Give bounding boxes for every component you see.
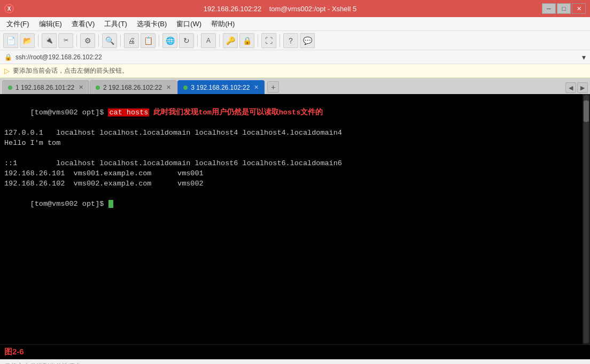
tab-1-dot bbox=[8, 86, 12, 90]
connect-button[interactable]: 🔌 bbox=[42, 33, 57, 48]
terminal-line-8: [tom@vms002 opt]$ bbox=[4, 189, 578, 219]
toolbar-sep-5 bbox=[159, 35, 159, 47]
search-button[interactable]: 🔍 bbox=[102, 33, 117, 48]
menu-tools[interactable]: 工具(T) bbox=[100, 18, 131, 30]
disconnect-button[interactable]: ✂ bbox=[58, 33, 73, 48]
title-ip: 192.168.26.102:22 bbox=[204, 5, 261, 13]
menu-bar: 文件(F) 编辑(E) 查看(V) 工具(T) 选项卡(B) 窗口(W) 帮助(… bbox=[0, 17, 590, 31]
window-controls: ─ □ ✕ bbox=[542, 3, 586, 14]
title-bar: X 192.168.26.102:22 tom@vms002:/opt - Xs… bbox=[0, 0, 590, 17]
tab-2-label: 2 192.168.26.102:22 bbox=[103, 84, 162, 91]
terminal-line-3: Hello I'm tom bbox=[4, 138, 578, 148]
output-line-5: 192.168.26.101 vms001.example.com vms001 bbox=[4, 169, 204, 177]
address-text: ssh://root@192.168.26.102:22 bbox=[15, 53, 102, 61]
tab-2[interactable]: 2 192.168.26.102:22 ✕ bbox=[90, 80, 177, 94]
lock-button[interactable]: 🔒 bbox=[239, 33, 254, 48]
prompt-1: [tom@vms002 opt]$ bbox=[30, 109, 108, 117]
output-line-4: ::1 localhost localhost.localdomain loca… bbox=[4, 159, 342, 167]
toolbar-sep-4 bbox=[120, 35, 121, 47]
send-bar: 仅将文本发送到当前选项卡 bbox=[0, 359, 590, 364]
toolbar-sep-3 bbox=[98, 35, 99, 47]
prompt-2: [tom@vms002 opt]$ bbox=[30, 200, 108, 208]
tab-2-close[interactable]: ✕ bbox=[166, 84, 171, 91]
tab-1-label: 1 192.168.26.101:22 bbox=[15, 84, 74, 91]
chat-button[interactable]: 💬 bbox=[300, 33, 315, 48]
terminal-line-7: 192.168.26.102 vms002.example.com vms002 bbox=[4, 179, 578, 189]
send-bar-text: 仅将文本发送到当前选项卡 bbox=[4, 362, 81, 364]
print-button[interactable]: 🖨 bbox=[124, 33, 139, 48]
terminal-line-5: ::1 localhost localhost.localdomain loca… bbox=[4, 158, 578, 168]
scrollbar-thumb[interactable] bbox=[584, 100, 589, 122]
copy-button[interactable]: 📋 bbox=[141, 33, 156, 48]
toolbar-sep-1 bbox=[38, 35, 38, 47]
toolbar-sep-9 bbox=[280, 35, 280, 47]
tab-nav: ◀ ▶ bbox=[565, 82, 588, 93]
new-session-button[interactable]: 📄 bbox=[3, 33, 18, 48]
terminal-wrapper: [tom@vms002 opt]$ cat hosts 此时我们发现tom用户仍… bbox=[0, 94, 590, 344]
tab-3-label: 3 192.168.26.102:22 bbox=[191, 84, 250, 91]
terminal-line-2: 127.0.0.1 localhost localhost.localdomai… bbox=[4, 128, 578, 138]
toolbar-sep-2 bbox=[76, 35, 77, 47]
refresh-button[interactable]: ↻ bbox=[179, 33, 194, 48]
tab-bar: 1 192.168.26.101:22 ✕ 2 192.168.26.102:2… bbox=[0, 78, 590, 94]
menu-tab[interactable]: 选项卡(B) bbox=[133, 18, 171, 30]
globe-button[interactable]: 🌐 bbox=[162, 33, 177, 48]
menu-help[interactable]: 帮助(H) bbox=[207, 18, 239, 30]
app-icon: X bbox=[4, 4, 14, 13]
toolbar-sep-7 bbox=[219, 35, 220, 47]
menu-view[interactable]: 查看(V) bbox=[67, 18, 99, 30]
info-icon: ▷ bbox=[4, 67, 10, 75]
font-button[interactable]: A bbox=[201, 33, 216, 48]
figure-label: 图2-6 bbox=[0, 344, 590, 359]
menu-edit[interactable]: 编辑(E) bbox=[35, 18, 66, 30]
maximize-button[interactable]: □ bbox=[557, 3, 571, 14]
address-bar: 🔒 ssh://root@192.168.26.102:22 ▾ bbox=[0, 50, 590, 64]
annotation-text: 此时我们发现tom用户仍然是可以读取hosts文件的 bbox=[149, 109, 323, 117]
cat-hosts-cmd: cat hosts bbox=[108, 109, 149, 117]
key-button[interactable]: 🔑 bbox=[223, 33, 238, 48]
menu-window[interactable]: 窗口(W) bbox=[172, 18, 206, 30]
minimize-button[interactable]: ─ bbox=[542, 3, 556, 14]
tab-prev-button[interactable]: ◀ bbox=[565, 82, 576, 93]
tab-2-dot bbox=[96, 86, 100, 90]
info-bar: ▷ 要添加当前会话，点击左侧的箭头按钮。 bbox=[0, 64, 590, 78]
toolbar-sep-8 bbox=[258, 35, 258, 47]
output-line-2: Hello I'm tom bbox=[4, 139, 60, 147]
menu-file[interactable]: 文件(F) bbox=[2, 18, 34, 30]
add-tab-button[interactable]: + bbox=[267, 81, 279, 93]
tab-1[interactable]: 1 192.168.26.101:22 ✕ bbox=[2, 80, 89, 94]
address-icon: 🔒 bbox=[4, 53, 12, 61]
terminal-line-4 bbox=[4, 148, 578, 158]
terminal-line-6: 192.168.26.101 vms001.example.com vms001 bbox=[4, 168, 578, 179]
output-line-6: 192.168.26.102 vms002.example.com vms002 bbox=[4, 180, 204, 188]
tab-next-button[interactable]: ▶ bbox=[577, 82, 588, 93]
terminal[interactable]: [tom@vms002 opt]$ cat hosts 此时我们发现tom用户仍… bbox=[0, 94, 583, 344]
tab-1-close[interactable]: ✕ bbox=[79, 84, 83, 91]
tab-3-close[interactable]: ✕ bbox=[254, 84, 259, 91]
cursor bbox=[108, 200, 113, 208]
toolbar: 📄 📂 🔌 ✂ ⚙ 🔍 🖨 📋 🌐 ↻ A 🔑 🔒 ⛶ ? 💬 bbox=[0, 31, 590, 50]
help-button[interactable]: ? bbox=[283, 33, 298, 48]
tab-3[interactable]: 3 192.168.26.102:22 ✕ bbox=[177, 80, 265, 94]
address-dropdown[interactable]: ▾ bbox=[582, 53, 586, 61]
settings-button[interactable]: ⚙ bbox=[80, 33, 95, 48]
scrollbar-track[interactable] bbox=[584, 95, 589, 343]
fullscreen-button[interactable]: ⛶ bbox=[261, 33, 276, 48]
close-button[interactable]: ✕ bbox=[572, 3, 586, 14]
info-text: 要添加当前会话，点击左侧的箭头按钮。 bbox=[13, 66, 128, 75]
terminal-line-1: [tom@vms002 opt]$ cat hosts 此时我们发现tom用户仍… bbox=[4, 97, 578, 128]
scrollbar[interactable] bbox=[583, 94, 590, 344]
open-button[interactable]: 📂 bbox=[20, 33, 35, 48]
title-text: 192.168.26.102:22 tom@vms002:/opt - Xshe… bbox=[18, 5, 542, 13]
toolbar-sep-6 bbox=[197, 35, 198, 47]
output-line-1: 127.0.0.1 localhost localhost.localdomai… bbox=[4, 129, 342, 137]
title-user-path: tom@vms002:/opt - Xshell 5 bbox=[269, 5, 356, 13]
tab-3-dot bbox=[183, 86, 188, 90]
